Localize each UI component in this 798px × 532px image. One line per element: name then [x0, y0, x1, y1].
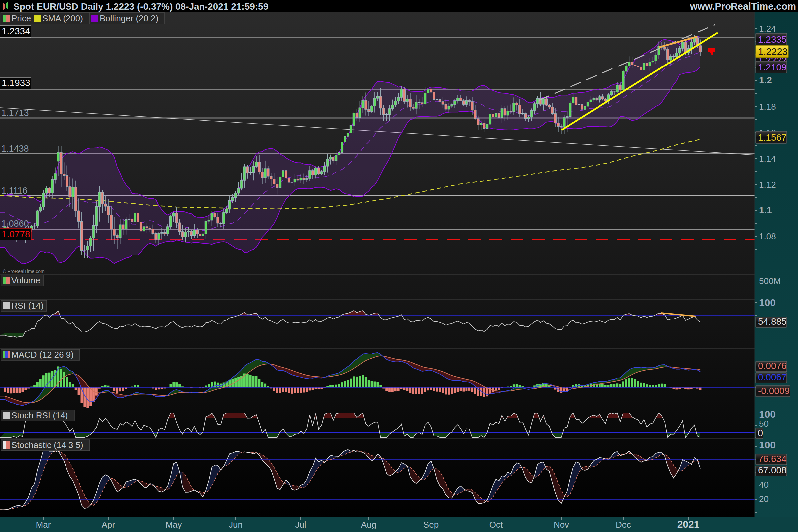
svg-text:Price: Price	[11, 13, 31, 23]
svg-text:0.0067: 0.0067	[758, 372, 787, 382]
svg-text:100: 100	[759, 297, 776, 308]
svg-text:MACD (12 26 9): MACD (12 26 9)	[11, 350, 74, 360]
svg-text:0: 0	[758, 428, 763, 438]
svg-text:Aug: Aug	[361, 520, 376, 530]
svg-text:Stoch RSI (14): Stoch RSI (14)	[11, 410, 68, 420]
svg-text:50: 50	[759, 419, 769, 429]
svg-text:1.2223: 1.2223	[758, 46, 788, 57]
svg-text:www.ProRealTime.com: www.ProRealTime.com	[690, 1, 796, 12]
svg-text:1.2: 1.2	[759, 75, 772, 86]
svg-text:500M: 500M	[759, 276, 781, 286]
svg-text:76.634: 76.634	[758, 454, 787, 464]
svg-text:Bollinger (20 2): Bollinger (20 2)	[100, 13, 158, 23]
svg-text:SMA (200): SMA (200)	[42, 13, 83, 23]
svg-text:Jun: Jun	[229, 520, 243, 530]
svg-text:© ProRealTime.com: © ProRealTime.com	[3, 269, 44, 274]
svg-text:1.14: 1.14	[759, 154, 776, 164]
svg-text:1.08: 1.08	[759, 231, 776, 241]
svg-text:Apr: Apr	[102, 520, 115, 530]
svg-text:1.2335: 1.2335	[758, 34, 787, 44]
svg-text:Jul: Jul	[295, 520, 306, 530]
svg-text:20: 20	[759, 494, 769, 504]
svg-text:1.1567: 1.1567	[758, 132, 787, 142]
svg-text:May: May	[165, 520, 182, 530]
svg-text:1.0778: 1.0778	[2, 229, 30, 240]
svg-text:Mar: Mar	[36, 520, 51, 530]
svg-text:1.1713: 1.1713	[1, 108, 29, 118]
svg-text:1.1116: 1.1116	[1, 186, 27, 195]
svg-text:100: 100	[759, 439, 776, 450]
svg-text:-0.0009: -0.0009	[758, 386, 790, 396]
svg-text:100: 100	[759, 408, 776, 420]
svg-text:1.2334: 1.2334	[2, 26, 30, 36]
svg-text:Dec: Dec	[616, 520, 631, 530]
svg-text:40: 40	[759, 480, 769, 490]
svg-text:1.2109: 1.2109	[758, 62, 787, 73]
svg-text:1.18: 1.18	[759, 102, 776, 112]
svg-text:1.12: 1.12	[759, 179, 776, 190]
svg-text:1.24: 1.24	[759, 24, 776, 34]
svg-text:1.1438: 1.1438	[1, 144, 29, 154]
svg-text:Spot EUR/USD Daily 1.2223 (-0.: Spot EUR/USD Daily 1.2223 (-0.37%) 08-Ja…	[13, 1, 268, 12]
svg-text:0.0076: 0.0076	[758, 361, 787, 371]
svg-text:Sep: Sep	[423, 520, 439, 530]
svg-text:1.1933: 1.1933	[2, 78, 30, 88]
svg-text:Stochastic (14 3 5): Stochastic (14 3 5)	[11, 440, 83, 450]
svg-text:Nov: Nov	[554, 520, 569, 530]
svg-text:Oct: Oct	[490, 520, 503, 530]
svg-text:67.008: 67.008	[758, 465, 787, 475]
svg-text:RSI (14): RSI (14)	[11, 301, 43, 310]
svg-text:54.885: 54.885	[758, 316, 787, 326]
svg-text:Volume: Volume	[11, 275, 40, 285]
svg-text:1.1: 1.1	[759, 205, 772, 215]
svg-text:2021: 2021	[677, 519, 700, 530]
svg-text:1.0860: 1.0860	[1, 219, 29, 229]
